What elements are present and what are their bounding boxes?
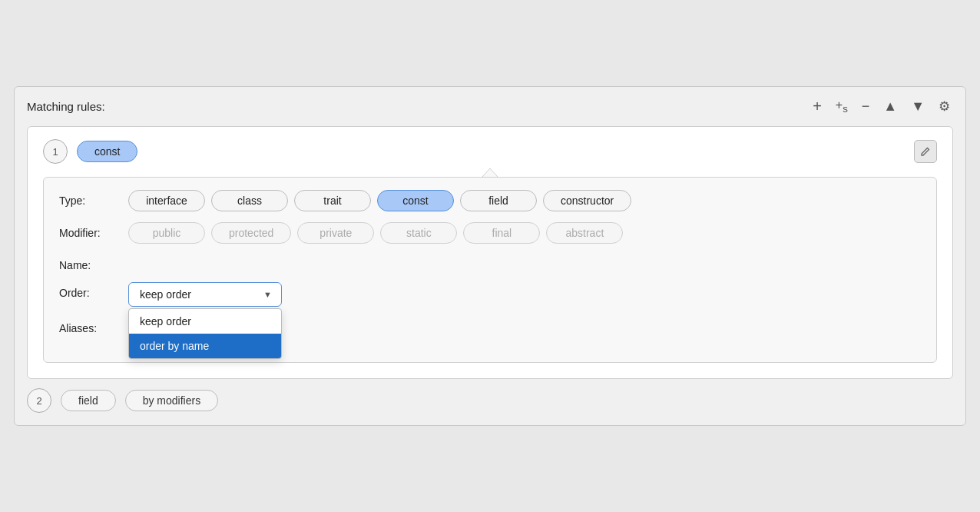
order-dropdown-menu: keep order order by name (128, 308, 282, 359)
type-btn-trait[interactable]: trait (294, 190, 371, 211)
order-row: Order: keep order ▼ keep order order by … (59, 282, 921, 307)
rule-2-row: 2 field by modifiers (27, 388, 953, 413)
type-button-group: interface class trait const field constr… (128, 190, 631, 211)
edit-icon (920, 146, 931, 157)
modifier-label: Modifier: (59, 222, 121, 239)
modifier-btn-public[interactable]: public (128, 222, 205, 244)
aliases-label: Aliases: (59, 318, 121, 334)
modifier-row: Modifier: public protected private stati… (59, 222, 921, 244)
order-dropdown-container: keep order ▼ keep order order by name (128, 282, 282, 307)
add-s-rule-button[interactable]: +s (833, 97, 851, 116)
order-current-value: keep order (140, 288, 191, 301)
modifier-btn-abstract[interactable]: abstract (546, 222, 623, 244)
rule-1-header-row: 1 const (43, 139, 937, 164)
rule-1-tag-button[interactable]: const (77, 141, 137, 162)
modifier-button-group: public protected private static final ab… (128, 222, 623, 244)
modifier-btn-private[interactable]: private (297, 222, 374, 244)
type-row: Type: interface class trait const field … (59, 190, 921, 211)
move-down-button[interactable]: ▼ (908, 97, 928, 116)
type-btn-interface[interactable]: interface (128, 190, 205, 211)
dropdown-item-order-by-name[interactable]: order by name (129, 334, 281, 358)
type-btn-class[interactable]: class (211, 190, 288, 211)
edit-rule-button[interactable] (914, 140, 937, 163)
modifier-btn-static[interactable]: static (380, 222, 457, 244)
rule-1-number: 1 (43, 139, 68, 164)
header-row: Matching rules: + +s − ▲ ▼ ⚙ (27, 96, 953, 117)
rule-2-number: 2 (27, 388, 51, 413)
modifier-btn-protected[interactable]: protected (211, 222, 291, 244)
rule-2-tag-field[interactable]: field (61, 390, 116, 411)
header-actions: + +s − ▲ ▼ ⚙ (809, 96, 953, 117)
dropdown-pointer (43, 167, 937, 178)
main-container: Matching rules: + +s − ▲ ▼ ⚙ 1 const (14, 86, 966, 426)
chevron-down-icon: ▼ (263, 290, 272, 299)
type-btn-field[interactable]: field (460, 190, 537, 211)
order-dropdown-button[interactable]: keep order ▼ (128, 282, 282, 307)
type-btn-const[interactable]: const (377, 190, 454, 211)
svg-marker-1 (483, 169, 497, 177)
type-btn-constructor[interactable]: constructor (543, 190, 631, 211)
page-title: Matching rules: (27, 100, 105, 113)
move-up-button[interactable]: ▲ (880, 97, 900, 116)
rule-1-block: 1 const Type: interface class (27, 126, 953, 379)
rule-1-inner-card: Type: interface class trait const field … (43, 177, 937, 363)
settings-button[interactable]: ⚙ (935, 97, 953, 116)
name-label: Name: (59, 254, 121, 271)
name-row: Name: (59, 254, 921, 271)
rule-2-tag-by-modifiers[interactable]: by modifiers (125, 390, 218, 411)
modifier-btn-final[interactable]: final (463, 222, 540, 244)
dropdown-item-keep-order[interactable]: keep order (129, 309, 281, 334)
type-label: Type: (59, 190, 121, 207)
add-rule-button[interactable]: + (809, 96, 825, 117)
order-label: Order: (59, 282, 121, 299)
remove-rule-button[interactable]: − (859, 97, 873, 116)
